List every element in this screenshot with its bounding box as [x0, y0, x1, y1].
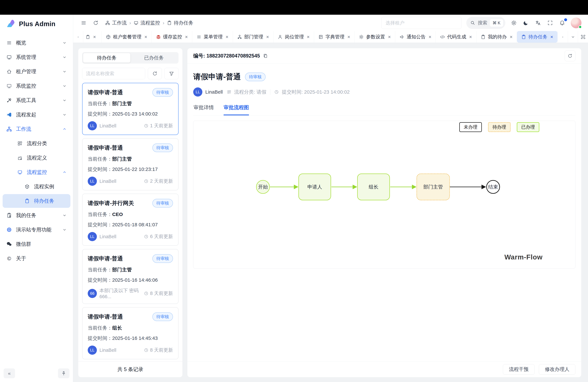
- tab-param-settings[interactable]: 参数设置×: [355, 31, 395, 43]
- process-intervene-button[interactable]: 流程干预: [503, 364, 535, 375]
- close-icon[interactable]: ×: [510, 34, 513, 40]
- sidebar-item-label: 工作流: [16, 126, 31, 132]
- breadcrumb-todo-tasks[interactable]: 待办任务: [167, 20, 193, 26]
- hamburger-menu-icon[interactable]: [80, 19, 87, 27]
- close-icon[interactable]: ×: [226, 34, 229, 40]
- sidebar-item-wechat-group[interactable]: 微信群: [3, 237, 70, 251]
- process-search-input[interactable]: [82, 68, 145, 79]
- sidebar-item-system-monitor[interactable]: 系统监控: [3, 79, 70, 93]
- global-search[interactable]: 搜索 ⌘ K: [466, 17, 505, 29]
- chevron-down-icon: [62, 41, 67, 45]
- sidebar-item-label: 微信群: [16, 241, 31, 248]
- notification-badge: [564, 18, 567, 21]
- tabs-scroll-left-button[interactable]: ‹: [73, 31, 83, 43]
- tab-my-todo[interactable]: 我的待办×: [476, 31, 517, 43]
- sidebar-item-todo-tasks[interactable]: 待办任务: [3, 194, 70, 208]
- tabs-dropdown-button[interactable]: [568, 31, 578, 43]
- tab-code-gen[interactable]: 代码生成×: [436, 31, 476, 43]
- clipboard-icon: [481, 35, 485, 39]
- pin-sidebar-button[interactable]: [58, 368, 69, 378]
- close-icon[interactable]: ×: [307, 34, 310, 40]
- tab-approval-flowchart[interactable]: 审批流程图: [224, 104, 249, 115]
- sidebar-item-process-category[interactable]: 流程分类: [3, 137, 70, 150]
- fullscreen-icon[interactable]: [546, 19, 554, 26]
- flow-node-team-leader[interactable]: 组长: [357, 173, 390, 200]
- close-icon[interactable]: ×: [347, 34, 350, 40]
- segment-done[interactable]: 已办任务: [130, 53, 178, 63]
- sidebar-item-about[interactable]: © 关于: [3, 252, 70, 265]
- dark-mode-moon-icon[interactable]: [522, 19, 529, 26]
- breadcrumb-separator: ›: [163, 20, 164, 26]
- flow-node-end[interactable]: 结束: [486, 180, 500, 194]
- sidebar-item-process-monitor[interactable]: 流程监控: [3, 165, 70, 179]
- sidebar-item-overview[interactable]: 概览: [3, 36, 70, 50]
- tab-tenant-package[interactable]: 租户套餐管理×: [102, 31, 152, 43]
- language-icon[interactable]: [534, 19, 542, 26]
- tabs-fullscreen-button[interactable]: [578, 31, 588, 43]
- close-icon[interactable]: ×: [93, 34, 96, 40]
- sidebar-item-system-tools[interactable]: 系统工具: [3, 93, 70, 107]
- tab-approval-detail[interactable]: 审批详情: [193, 104, 214, 115]
- sidebar-item-system-mgmt[interactable]: 系统管理: [3, 50, 70, 64]
- change-assignee-button[interactable]: 修改办理人: [539, 364, 575, 375]
- flow-node-start[interactable]: 开始: [256, 180, 270, 194]
- tab-todo-tasks[interactable]: 待办任务×: [517, 31, 557, 43]
- tab-bar: ‹ × 租户套餐管理× 缓存监控× 菜单管理×: [73, 31, 588, 43]
- breadcrumb-process-monitor[interactable]: 流程监控: [134, 20, 160, 26]
- tab-notice[interactable]: 通知公告×: [395, 31, 436, 43]
- close-icon[interactable]: ×: [429, 34, 432, 40]
- app-logo[interactable]: Plus Admin: [0, 15, 73, 33]
- sidebar-item-demo-features[interactable]: 演示站专用功能: [3, 223, 70, 236]
- clock-icon: [144, 234, 148, 239]
- sidebar-item-my-tasks[interactable]: 我的任务: [3, 209, 70, 222]
- department-icon: [237, 35, 242, 39]
- sidebar-item-process-initiate[interactable]: 流程发起: [3, 108, 70, 122]
- close-icon[interactable]: ×: [469, 34, 472, 40]
- task-card[interactable]: 请假申请-普通 待审核 当前任务：部门主管 提交时间：2025-01-16 14…: [82, 249, 179, 304]
- sidebar-item-process-definition[interactable]: 流程定义: [3, 151, 70, 165]
- close-icon[interactable]: ×: [550, 34, 553, 40]
- flow-node-applicant[interactable]: 申请人: [298, 173, 331, 200]
- sidebar-item-process-instance[interactable]: 流程实例: [3, 180, 70, 193]
- notification-bell-icon[interactable]: [559, 19, 566, 26]
- copy-icon[interactable]: [263, 53, 268, 58]
- task-user: LinaBell: [100, 347, 116, 353]
- tab-truncated[interactable]: ×: [83, 31, 102, 43]
- tabs-scroll-right-button[interactable]: ›: [558, 31, 568, 43]
- sidebar-item-tenant-mgmt[interactable]: 租户管理: [3, 65, 70, 78]
- settings-gear-icon[interactable]: [510, 19, 517, 26]
- chevron-down-icon: [62, 98, 67, 103]
- close-icon[interactable]: ×: [388, 34, 391, 40]
- status-badge: 待审核: [152, 312, 173, 321]
- refresh-list-button[interactable]: [148, 68, 162, 79]
- tenant-select-input[interactable]: [381, 17, 462, 29]
- task-card[interactable]: 请假申请-普通 待审核 当前任务：部门主管 提交时间：2025-01-23 14…: [82, 83, 179, 135]
- flowchart-canvas[interactable]: 未办理 待办理 已办理: [193, 121, 575, 268]
- tab-dept-mgmt[interactable]: 部门管理×: [233, 31, 273, 43]
- close-icon[interactable]: ×: [185, 34, 188, 40]
- tab-dict-mgmt[interactable]: 字典管理×: [314, 31, 355, 43]
- breadcrumb-workflow[interactable]: 工作流: [105, 20, 127, 26]
- task-card[interactable]: 请假申请-并行网关 待审核 当前任务：CEO 提交时间：2025-01-18 0…: [82, 194, 179, 246]
- code-icon: [440, 35, 445, 39]
- updated-ago: 2 天前更新: [150, 178, 173, 185]
- user-avatar[interactable]: [571, 18, 582, 28]
- tab-post-mgmt[interactable]: 岗位管理×: [273, 31, 314, 43]
- sidebar-item-workflow[interactable]: 工作流: [3, 122, 70, 136]
- refresh-detail-button[interactable]: [565, 50, 575, 61]
- task-title: 请假申请-普通: [88, 313, 123, 320]
- flow-node-dept-manager[interactable]: 部门主管: [417, 173, 450, 200]
- task-card[interactable]: 请假申请-普通 待审核 当前任务：部门主管 提交时间：2025-01-22 10…: [82, 138, 179, 190]
- tab-menu-mgmt[interactable]: 菜单管理×: [192, 31, 233, 43]
- process-search-box: [82, 68, 145, 79]
- filter-button[interactable]: [165, 68, 179, 79]
- sidebar-item-label: 我的任务: [16, 212, 36, 219]
- search-icon: [470, 21, 475, 25]
- refresh-page-icon[interactable]: [92, 19, 100, 27]
- task-card[interactable]: 请假申请-普通 待审核 当前任务：组长 提交时间：2025-01-16 14:4…: [82, 307, 179, 359]
- segment-todo[interactable]: 待办任务: [83, 53, 130, 63]
- collapse-sidebar-button[interactable]: «: [4, 368, 15, 378]
- close-icon[interactable]: ×: [144, 34, 147, 40]
- close-icon[interactable]: ×: [266, 34, 269, 40]
- tab-cache-monitor[interactable]: 缓存监控×: [152, 31, 192, 43]
